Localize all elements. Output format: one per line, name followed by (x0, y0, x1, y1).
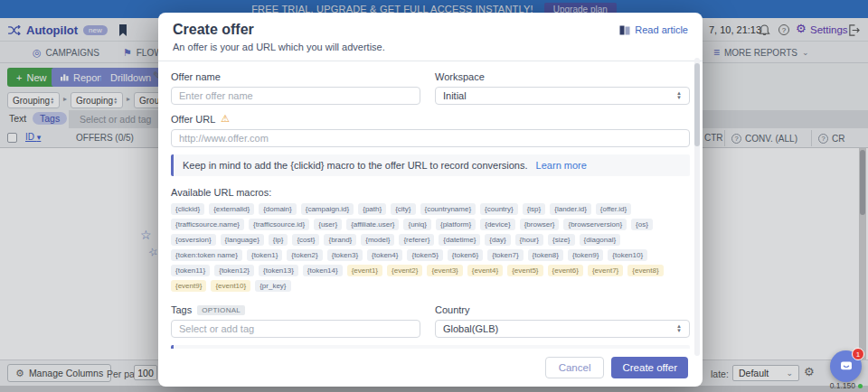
macro-chip[interactable]: {language} (221, 234, 264, 246)
macros-label: Available URL macros: (171, 187, 690, 198)
chat-notification-badge: 1 (852, 348, 864, 360)
macro-chip[interactable]: {token9} (568, 249, 603, 261)
clickid-note: Keep in mind to add the {clickid} macro … (171, 154, 690, 176)
macro-chip[interactable]: {token1} (247, 249, 282, 261)
learn-more-link[interactable]: Learn more (536, 160, 587, 171)
macro-chip[interactable]: {token2} (287, 249, 322, 261)
macro-chip[interactable]: {token14} (303, 265, 343, 276)
status-dot-icon (858, 384, 863, 388)
updown-icon: ▲▼ (676, 324, 682, 333)
offer-name-input[interactable] (171, 87, 420, 105)
chat-widget-button[interactable]: 1 (830, 350, 862, 382)
version-number: 0.1.150 (830, 381, 855, 390)
macro-chip[interactable]: {token12} (214, 265, 254, 276)
macro-chip[interactable]: {event1} (347, 265, 382, 276)
macro-chip[interactable]: {referer} (399, 234, 434, 246)
macro-chip[interactable]: {token4} (367, 249, 402, 261)
macro-chip[interactable]: {day} (485, 234, 510, 246)
updown-icon: ▲▼ (676, 91, 682, 100)
macro-chip[interactable]: {affiliate.user} (346, 219, 399, 230)
macro-chip[interactable]: {token5} (407, 249, 442, 261)
modal-scrollbar[interactable] (694, 58, 700, 356)
clickid-note-text: Keep in mind to add the {clickid} macro … (183, 160, 528, 171)
macro-chip[interactable]: {os} (631, 219, 653, 230)
macro-chip[interactable]: {user} (314, 219, 342, 230)
macro-chip[interactable]: {campaign.id} (301, 203, 354, 215)
macro-chip[interactable]: {brand} (324, 234, 356, 246)
offer-name-label: Offer name (171, 71, 420, 82)
offer-url-label: Offer URL (171, 114, 215, 125)
modal-footer: Cancel Create offer (158, 349, 703, 387)
book-icon (619, 25, 630, 35)
macro-chip[interactable]: {platform} (436, 219, 476, 230)
chat-icon (838, 359, 854, 374)
read-article-label: Read article (635, 24, 688, 35)
tags-label: Tags (171, 304, 192, 315)
offer-url-input[interactable] (171, 129, 690, 147)
macro-chip[interactable]: {event3} (427, 265, 462, 276)
cancel-button[interactable]: Cancel (545, 357, 605, 378)
macro-chip[interactable]: {token3} (327, 249, 363, 261)
macro-chip[interactable]: {domain} (259, 203, 297, 215)
macro-chip[interactable]: {trafficsource.id} (249, 219, 309, 230)
modal-body: Offer name Workspace Initial ▲▼ Offer UR… (158, 61, 703, 349)
macro-chip-list: {clickid}{externalid}{domain}{campaign.i… (171, 203, 690, 292)
macro-chip[interactable]: {datetime} (439, 234, 480, 246)
create-offer-button[interactable]: Create offer (611, 357, 688, 378)
macro-chip[interactable]: {country} (480, 203, 518, 215)
macro-chip[interactable]: {city} (391, 203, 415, 215)
macro-chip[interactable]: {event8} (627, 265, 663, 276)
macro-chip[interactable]: {cost} (292, 234, 319, 246)
macro-chip[interactable]: {token6} (448, 249, 483, 261)
workspace-value: Initial (443, 90, 467, 101)
macro-chip[interactable]: {osversion} (171, 234, 216, 246)
create-offer-modal: Create offer An offer is your ad URL whi… (158, 13, 703, 387)
macro-chip[interactable]: {event6} (548, 265, 583, 276)
modal-scrollbar-thumb[interactable] (694, 63, 700, 146)
macro-chip[interactable]: {event5} (507, 265, 542, 276)
macro-chip[interactable]: {hour} (515, 234, 543, 246)
macro-chip[interactable]: {ip} (269, 234, 288, 246)
macro-chip[interactable]: {event2} (387, 265, 422, 276)
country-label: Country (435, 304, 690, 315)
macro-chip[interactable]: {token13} (259, 265, 298, 276)
macro-chip[interactable]: {path} (358, 203, 386, 215)
macro-chip[interactable]: {device} (480, 219, 514, 230)
tags-input[interactable] (171, 320, 420, 338)
modal-header: Create offer An offer is your ad URL whi… (158, 13, 703, 61)
app-window: FREE TRIAL. UPGRADE & GET FULL ACCESS IN… (0, 0, 868, 392)
macro-chip[interactable]: {offer.id} (596, 203, 631, 215)
read-article-link[interactable]: Read article (619, 24, 688, 35)
macro-chip[interactable]: {event4} (467, 265, 503, 276)
macro-chip[interactable]: {token:token name} (171, 249, 242, 261)
macro-chip[interactable]: {event10} (211, 280, 250, 292)
modal-title: Create offer (173, 22, 688, 38)
macro-chip[interactable]: {token10} (608, 249, 647, 261)
warning-icon: ⚠ (221, 113, 230, 125)
macro-chip[interactable]: {token8} (528, 249, 563, 261)
country-select[interactable]: Global(GLB) ▲▼ (435, 320, 690, 338)
macro-chip[interactable]: {trafficsource.name} (171, 219, 244, 230)
macro-chip[interactable]: {diagonal} (580, 234, 621, 246)
macro-chip[interactable]: {size} (548, 234, 575, 246)
macro-chip[interactable]: {pr_key} (255, 280, 290, 292)
version-label: 0.1.150 (830, 381, 863, 390)
macro-chip[interactable]: {clickid} (171, 203, 204, 215)
macro-chip[interactable]: {event9} (171, 280, 206, 292)
workspace-select[interactable]: Initial ▲▼ (435, 87, 690, 105)
modal-subtitle: An offer is your ad URL which you will a… (173, 42, 688, 52)
macro-chip[interactable]: {token11} (171, 265, 210, 276)
macro-chip[interactable]: {isp} (523, 203, 546, 215)
macro-chip[interactable]: {uniq} (403, 219, 430, 230)
macro-chip[interactable]: {browserversion} (563, 219, 627, 230)
macro-chip[interactable]: {token7} (487, 249, 523, 261)
macro-chip[interactable]: {browser} (520, 219, 560, 230)
macro-chip[interactable]: {lander.id} (550, 203, 591, 215)
macro-chip[interactable]: {externalid} (209, 203, 254, 215)
workspace-label: Workspace (435, 71, 690, 82)
country-value: Global(GLB) (443, 323, 498, 334)
optional-badge: OPTIONAL (197, 305, 245, 315)
macro-chip[interactable]: {countryname} (420, 203, 476, 215)
macro-chip[interactable]: {model} (361, 234, 394, 246)
macro-chip[interactable]: {event7} (588, 265, 623, 276)
